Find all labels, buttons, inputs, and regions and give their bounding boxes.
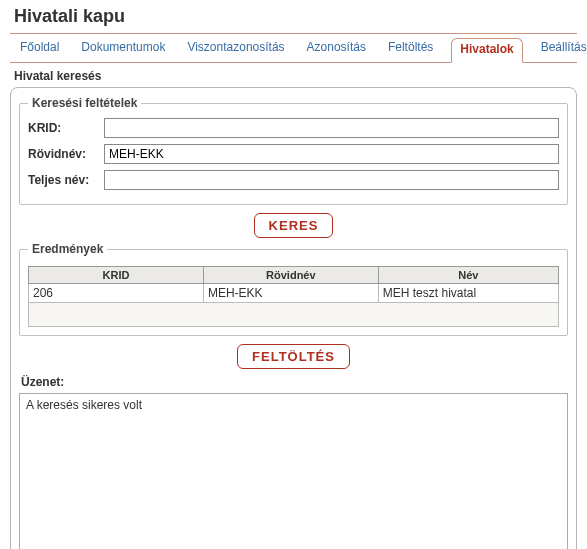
upload-button[interactable]: FELTÖLTÉS — [237, 344, 350, 369]
main-panel: Keresési feltételek KRID: Rövidnév: Telj… — [10, 87, 577, 549]
section-title: Hivatal keresés — [10, 63, 577, 87]
message-text: A keresés sikeres volt — [26, 398, 142, 412]
input-rovidnev[interactable] — [104, 144, 559, 164]
input-krid[interactable] — [104, 118, 559, 138]
cell-nev: MEH teszt hivatal — [378, 284, 558, 303]
cell-krid: 206 — [29, 284, 204, 303]
menu-item-feltoltes[interactable]: Feltöltés — [384, 38, 437, 62]
search-legend: Keresési feltételek — [28, 96, 141, 110]
table-row[interactable]: 206 MEH-EKK MEH teszt hivatal — [29, 284, 559, 303]
results-table: KRID Rövidnév Név 206 MEH-EKK MEH teszt … — [28, 266, 559, 303]
col-krid: KRID — [29, 267, 204, 284]
label-teljesnev: Teljes név: — [28, 173, 98, 187]
menu-item-hivatalok[interactable]: Hivatalok — [451, 38, 522, 63]
results-fieldset: Eredmények KRID Rövidnév Név 206 MEH-EKK… — [19, 242, 568, 336]
menu-item-viszontazonositas[interactable]: Viszontazonosítás — [183, 38, 288, 62]
cell-rovidnev: MEH-EKK — [203, 284, 378, 303]
message-label: Üzenet: — [21, 375, 568, 389]
col-nev: Név — [378, 267, 558, 284]
menu-item-azonositas[interactable]: Azonosítás — [303, 38, 370, 62]
menu-item-fooldal[interactable]: Főoldal — [16, 38, 63, 62]
results-empty-area — [28, 303, 559, 327]
search-fieldset: Keresési feltételek KRID: Rövidnév: Telj… — [19, 96, 568, 205]
menu-item-beallitasok[interactable]: Beállítások — [537, 38, 587, 62]
search-button[interactable]: KERES — [254, 213, 334, 238]
message-box: A keresés sikeres volt — [19, 393, 568, 549]
input-teljesnev[interactable] — [104, 170, 559, 190]
main-menu: Főoldal Dokumentumok Viszontazonosítás A… — [10, 33, 577, 63]
page-title: Hivatali kapu — [10, 6, 577, 33]
menu-item-dokumentumok[interactable]: Dokumentumok — [77, 38, 169, 62]
col-rovidnev: Rövidnév — [203, 267, 378, 284]
results-legend: Eredmények — [28, 242, 107, 256]
label-krid: KRID: — [28, 121, 98, 135]
label-rovidnev: Rövidnév: — [28, 147, 98, 161]
